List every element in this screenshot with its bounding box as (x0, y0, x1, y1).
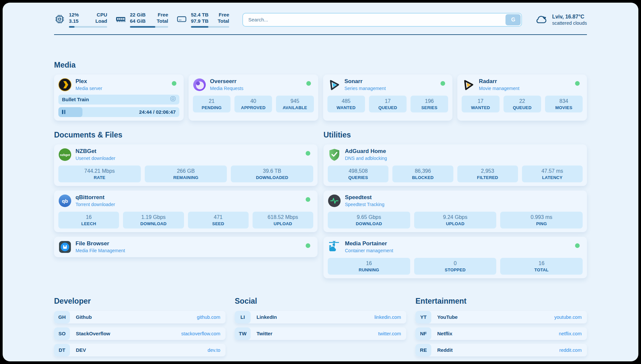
utilities-column: Utilities (323, 131, 587, 278)
ram-free: 22 GiB (130, 12, 146, 18)
stat-box: 834MOVIES (545, 96, 583, 112)
stat-box: 744.21 MbpsRATE (58, 166, 141, 182)
bookmark-linkedin[interactable]: LI LinkedIn linkedin.com (235, 311, 406, 323)
stat-box: 47.57 msLATENCY (522, 166, 583, 182)
app-subtitle: Speedtest Tracking (345, 202, 384, 207)
app-card-qbittorrent[interactable]: qb qBittorrent Torrent downloader 16LEEC… (54, 191, 318, 232)
bookmark-reddit[interactable]: RE Reddit reddit.com (415, 344, 587, 356)
stat-box: 16RUNNING (328, 258, 410, 275)
bookmark-stackoverflow[interactable]: SO StackOverflow stackoverflow.com (54, 327, 226, 340)
stat-boxes: 9.65 GbpsDOWNLOAD 9.24 GbpsUPLOAD 0.993 … (328, 212, 583, 228)
bookmark-youtube[interactable]: YT YouTube youtube.com (415, 311, 587, 323)
sonarr-icon (327, 78, 341, 91)
nzbget-icon: nzbget (58, 148, 72, 161)
developer-column: Developer GH Github github.com SO StackO… (54, 297, 226, 356)
stat-box: 618.52 MbpsUPLOAD (253, 212, 313, 228)
media-grid: Plex Media server Bullet Train 24:44 / 0… (54, 75, 587, 121)
app-name: NZBGet (76, 148, 115, 155)
disk-progress-track (191, 26, 229, 28)
app-card-filebrowser[interactable]: File Browser Media File Management (54, 237, 318, 257)
bookmark-twitter[interactable]: TW Twitter twitter.com (235, 327, 406, 340)
app-header: Overseerr Media Requests (193, 78, 314, 91)
bookmark-url[interactable]: stackoverflow.com (181, 331, 220, 336)
bookmark-name: LinkedIn (257, 314, 277, 320)
section-title-documents: Documents & Files (54, 131, 318, 139)
ram-total: 64 GiB (130, 18, 146, 24)
app-header: Media Portainer Container management (328, 240, 583, 254)
app-header: File Browser Media File Management (58, 240, 313, 254)
section-title-social: Social (235, 297, 406, 306)
documents-column: Documents & Files nzbget NZBGet U (54, 131, 318, 278)
stat-box: 86,396BLOCKED (392, 166, 453, 182)
app-subtitle: DNS and adblocking (345, 156, 387, 161)
stat-boxes: 16LEECH 1.19 GbpsDOWNLOAD 471SEED 618.52… (58, 212, 313, 228)
section-title-media: Media (54, 61, 587, 70)
app-name: AdGuard Home (345, 148, 387, 155)
cpu-load-label: Load (95, 18, 107, 24)
bookmark-url[interactable]: github.com (197, 315, 220, 320)
pause-icon[interactable] (62, 110, 65, 114)
app-subtitle: Media File Management (76, 248, 125, 253)
app-card-adguard[interactable]: AdGuard Home DNS and adblocking 498,508Q… (323, 144, 587, 186)
app-name: File Browser (76, 240, 125, 247)
app-header: Radarr Movie management (462, 78, 583, 91)
stat-box: 16TOTAL (500, 258, 583, 275)
app-header: Speedtest Speedtest Tracking (328, 194, 583, 207)
status-dot (575, 243, 580, 248)
app-card-speedtest[interactable]: Speedtest Speedtest Tracking 9.65 GbpsDO… (323, 191, 587, 232)
bookmark-url[interactable]: dev.to (208, 348, 220, 353)
stat-box: 16LEECH (58, 212, 119, 228)
bookmark-name: StackOverflow (76, 331, 110, 336)
app-subtitle: Series management (345, 86, 386, 91)
playback-progress-bar[interactable]: 24:44 / 02:06:47 (58, 107, 179, 117)
app-card-sonarr[interactable]: Sonarr Series management 485WANTED 17QUE… (323, 75, 453, 121)
app-name: Sonarr (345, 78, 386, 85)
stat-box: 498,508QUERIES (328, 166, 388, 182)
disk-stat: 52.4 TBFree 97.9 TBTotal (176, 12, 229, 28)
bookmark-url[interactable]: reddit.com (559, 348, 582, 353)
bookmark-netflix[interactable]: NF Netflix netflix.com (415, 327, 587, 340)
dashboard-panel: 12%CPU 3.15Load 22 GiBFree 64 GiBT (3, 3, 638, 361)
app-subtitle: Movie management (479, 86, 519, 91)
bookmark-url[interactable]: twitter.com (378, 331, 401, 336)
bookmark-name: YouTube (437, 314, 458, 320)
stat-box: 0STOPPED (414, 258, 497, 275)
stat-boxes: 485WANTED 17QUEUED 196SERIES (327, 96, 448, 112)
app-card-radarr[interactable]: Radarr Movie management 17WANTED 22QUEUE… (457, 75, 587, 121)
app-card-portainer[interactable]: Media Portainer Container management 16R… (323, 237, 587, 278)
ram-free-label: Free (158, 12, 168, 18)
cpu-icon (54, 14, 65, 26)
disk-total: 97.9 TB (191, 18, 208, 24)
stat-box: 266 GBREMAINING (145, 166, 227, 182)
bookmark-url[interactable]: linkedin.com (374, 315, 401, 320)
bookmark-dev[interactable]: DT DEV dev.to (54, 344, 226, 356)
app-card-plex[interactable]: Plex Media server Bullet Train 24:44 / 0… (54, 75, 184, 121)
weather-condition: scattered clouds (552, 20, 587, 26)
bookmark-name: Netflix (437, 331, 452, 336)
stat-boxes: 744.21 MbpsRATE 266 GBREMAINING 39.6 TBD… (58, 166, 313, 182)
app-name: Media Portainer (345, 240, 393, 247)
plex-icon (58, 78, 72, 91)
search-engine-button[interactable]: G (505, 14, 521, 25)
stat-box: 0.993 msPING (500, 212, 583, 228)
stat-box: 21PENDING (193, 96, 230, 112)
search-input[interactable] (242, 13, 522, 27)
bookmark-url[interactable]: netflix.com (559, 331, 582, 336)
app-name: Plex (76, 78, 102, 85)
qbittorrent-icon: qb (58, 194, 72, 207)
app-header: qb qBittorrent Torrent downloader (58, 194, 313, 207)
bookmark-url[interactable]: youtube.com (554, 315, 582, 320)
app-name: Radarr (479, 78, 519, 85)
status-dot (172, 81, 176, 86)
bookmark-abbr: GH (54, 311, 70, 323)
top-bar: 12%CPU 3.15Load 22 GiBFree 64 GiBT (54, 3, 587, 28)
bookmark-abbr: RE (415, 344, 431, 356)
app-card-overseerr[interactable]: Overseerr Media Requests 21PENDING 40APP… (189, 75, 318, 121)
system-stats: 12%CPU 3.15Load 22 GiBFree 64 GiBT (54, 12, 229, 28)
app-subtitle: Media server (76, 86, 102, 91)
bookmark-github[interactable]: GH Github github.com (54, 311, 226, 323)
stat-box: 9.65 GbpsDOWNLOAD (328, 212, 410, 228)
app-card-nzbget[interactable]: nzbget NZBGet Usenet downloader 744.21 M… (54, 144, 318, 186)
section-title-developer: Developer (54, 297, 226, 306)
disk-icon (176, 14, 187, 26)
